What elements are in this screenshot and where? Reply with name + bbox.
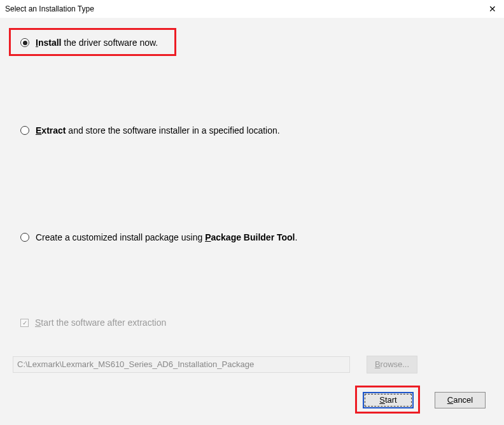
option-package[interactable]: Create a customized install package usin… <box>20 232 297 242</box>
radio-extract[interactable] <box>20 126 29 135</box>
checkbox-label: Start the software after extraction <box>35 317 166 328</box>
browse-button: Browse... <box>367 356 417 373</box>
radio-install[interactable] <box>20 38 29 47</box>
option-extract-label[interactable]: Extract and store the software installer… <box>36 125 280 136</box>
option-extract[interactable]: Extract and store the software installer… <box>20 125 280 136</box>
option-package-label[interactable]: Create a customized install package usin… <box>36 232 297 242</box>
cancel-button[interactable]: Cancel <box>435 392 486 408</box>
option-install-label[interactable]: Install the driver software now. <box>36 38 158 48</box>
dialog-body: Install the driver software now. Extract… <box>0 18 504 425</box>
start-button[interactable]: Start <box>363 392 414 408</box>
close-icon[interactable]: ✕ <box>486 4 499 13</box>
option-install[interactable]: Install the driver software now. <box>20 38 158 48</box>
titlebar: Select an Installation Type ✕ <box>0 0 504 18</box>
checkbox-icon <box>20 319 29 327</box>
checkbox-start-after: Start the software after extraction <box>20 317 166 328</box>
window-title: Select an Installation Type <box>5 4 94 13</box>
path-input: C:\Lexmark\Lexmark_MS610_Series_AD6_Inst… <box>13 356 350 373</box>
radio-package[interactable] <box>20 233 29 242</box>
